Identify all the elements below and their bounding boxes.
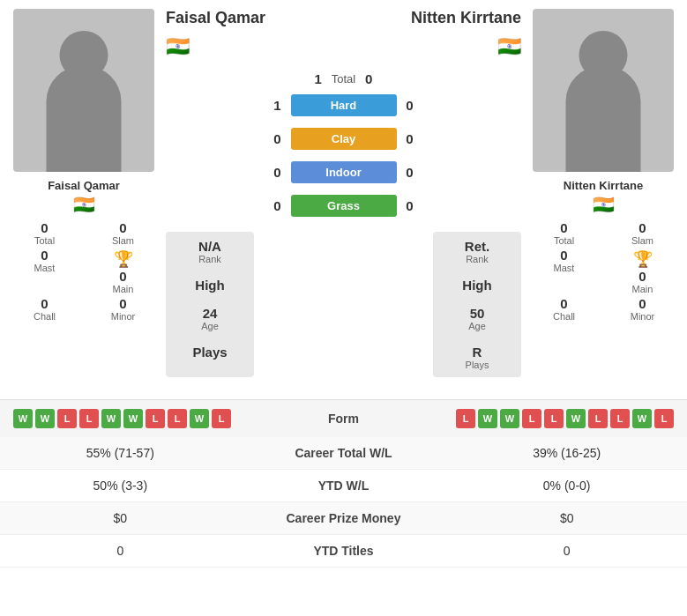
left-player-name: Faisal Qamar	[48, 179, 120, 192]
stat-label-1: YTD W/L	[241, 470, 447, 502]
form-badge-w: W	[478, 409, 497, 428]
bottom-stats-table: 55% (71-57) Career Total W/L 39% (16-25)…	[0, 437, 687, 568]
left-rank-stat: N/A Rank	[198, 239, 221, 264]
left-stat-total: 0 Total	[9, 220, 80, 246]
form-badge-l: L	[146, 409, 165, 428]
right-gray-box: Ret. Rank High 50 Age R Plays	[433, 232, 521, 377]
left-stat-minor: 0 Minor	[87, 296, 159, 322]
form-badge-l: L	[588, 409, 608, 428]
right-flag-center: 🇮🇳	[497, 35, 521, 58]
left-stat-chall: 0 Chall	[9, 296, 80, 322]
form-label: Form	[328, 412, 359, 426]
center-gray-boxes: N/A Rank High 24 Age Plays	[166, 232, 521, 377]
left-player-body	[47, 66, 122, 172]
stat-right-0: 39% (16-25)	[446, 437, 687, 470]
indoor-badge: Indoor	[291, 161, 397, 183]
grass-row: 0 Grass 0	[265, 193, 423, 219]
total-row: 1 Total 0	[305, 70, 382, 88]
right-high-stat: High	[462, 278, 491, 293]
right-plays-stat: R Plays	[466, 345, 489, 370]
left-high-stat: High	[195, 278, 224, 293]
form-badge-l: L	[456, 409, 475, 428]
form-badge-l: L	[168, 409, 187, 428]
right-rank-stat: Ret. Rank	[465, 239, 489, 264]
clay-row: 0 Clay 0	[265, 126, 423, 152]
form-badge-l: L	[57, 409, 77, 428]
stat-right-1: 0% (0-0)	[446, 470, 687, 502]
grass-badge: Grass	[291, 195, 397, 217]
right-form-badges: LWWLLWLLWL	[456, 409, 674, 428]
form-badge-l: L	[654, 409, 674, 428]
stat-label-3: YTD Titles	[241, 535, 447, 568]
stat-right-2: $0	[446, 502, 687, 535]
right-player-block: Nitten Kirrtane 🇮🇳 0 Total 0 Slam 0 Mast…	[528, 9, 678, 377]
right-name-top: Nitten Kirrtane	[411, 9, 521, 27]
top-section: Faisal Qamar 🇮🇳 0 Total 0 Slam 0 Mast 🏆 …	[0, 0, 687, 386]
stat-label-2: Career Prize Money	[241, 502, 447, 535]
left-flag-center: 🇮🇳	[166, 35, 190, 58]
stat-left-3: 0	[0, 535, 241, 568]
left-plays-stat: Plays	[192, 345, 227, 360]
form-badge-l: L	[544, 409, 564, 428]
right-stat-slam: 0 Slam	[607, 220, 678, 246]
stat-label-0: Career Total W/L	[241, 437, 447, 470]
right-player-photo	[533, 9, 674, 172]
form-badge-w: W	[101, 409, 121, 428]
left-stat-mast: 0 Mast	[9, 248, 80, 294]
form-badge-w: W	[632, 409, 652, 428]
indoor-row: 0 Indoor 0	[265, 160, 423, 185]
hard-row: 1 Hard 0	[265, 93, 423, 118]
right-trophy-main: 🏆 0 Main	[607, 248, 678, 294]
left-player-flag: 🇮🇳	[73, 194, 95, 215]
left-player-photo	[13, 9, 154, 172]
right-player-name: Nitten Kirrtane	[564, 179, 643, 192]
left-trophy-icon: 🏆	[114, 249, 133, 269]
right-player-flag: 🇮🇳	[593, 194, 615, 215]
left-age-stat: 24 Age	[201, 306, 219, 331]
form-section: WWLLWWLLWL Form LWWLLWLLWL	[0, 399, 687, 437]
hard-badge: Hard	[291, 94, 397, 116]
form-badge-l: L	[212, 409, 231, 428]
form-badge-w: W	[123, 409, 143, 428]
left-trophy-main: 🏆 0 Main	[87, 248, 159, 294]
form-badge-w: W	[35, 409, 55, 428]
left-form-badges: WWLLWWLLWL	[13, 409, 231, 428]
stat-left-1: 50% (3-3)	[0, 470, 241, 502]
left-stat-slam: 0 Slam	[87, 220, 159, 246]
stat-left-2: $0	[0, 502, 241, 535]
stats-row-2: $0 Career Prize Money $0	[0, 502, 687, 535]
form-badge-l: L	[522, 409, 541, 428]
right-stat-minor: 0 Minor	[607, 296, 678, 322]
right-stat-total: 0 Total	[528, 220, 600, 246]
flags-row: 🇮🇳 🇮🇳	[166, 35, 521, 58]
stat-left-0: 55% (71-57)	[0, 437, 241, 470]
form-badge-w: W	[190, 409, 209, 428]
left-player-stats: 0 Total 0 Slam 0 Mast 🏆 0 Main 0	[9, 220, 159, 322]
form-badge-w: W	[566, 409, 586, 428]
stats-row-1: 50% (3-3) YTD W/L 0% (0-0)	[0, 470, 687, 502]
player-names-row: Faisal Qamar Nitten Kirrtane	[166, 9, 521, 27]
stats-row-3: 0 YTD Titles 0	[0, 535, 687, 568]
form-badge-l: L	[79, 409, 99, 428]
right-trophy-icon: 🏆	[633, 249, 653, 269]
stat-right-3: 0	[446, 535, 687, 568]
stats-row-0: 55% (71-57) Career Total W/L 39% (16-25)	[0, 437, 687, 470]
right-player-body	[566, 66, 641, 172]
right-stat-chall: 0 Chall	[528, 296, 600, 322]
right-player-stats: 0 Total 0 Slam 0 Mast 🏆 0 Main 0	[528, 220, 678, 322]
left-gray-box: N/A Rank High 24 Age Plays	[166, 232, 254, 377]
right-age-stat: 50 Age	[468, 306, 486, 331]
center-column: Faisal Qamar Nitten Kirrtane 🇮🇳 🇮🇳 1 Tot…	[166, 9, 521, 377]
form-badge-l: L	[610, 409, 630, 428]
form-badge-w: W	[500, 409, 519, 428]
form-badge-w: W	[13, 409, 33, 428]
clay-badge: Clay	[291, 128, 397, 150]
left-name-top: Faisal Qamar	[166, 9, 265, 27]
main-layout: Faisal Qamar 🇮🇳 0 Total 0 Slam 0 Mast 🏆 …	[0, 0, 687, 568]
right-stat-mast: 0 Mast	[528, 248, 600, 294]
left-player-block: Faisal Qamar 🇮🇳 0 Total 0 Slam 0 Mast 🏆 …	[9, 9, 159, 377]
